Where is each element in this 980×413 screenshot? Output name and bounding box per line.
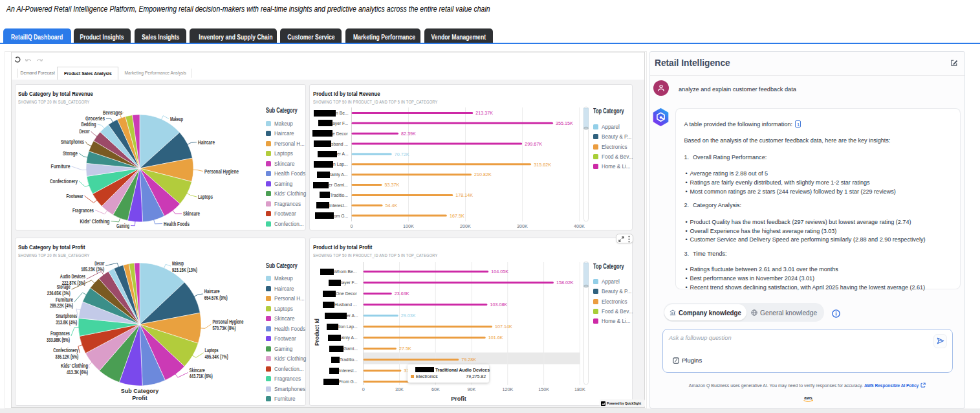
svg-text:Skincare: Skincare — [190, 368, 205, 374]
svg-text:315.62K: 315.62K — [534, 162, 551, 168]
svg-text:300K: 300K — [517, 223, 528, 229]
svg-text:Makeup: Makeup — [170, 116, 183, 122]
svg-text:185.23K (3%): 185.23K (3%) — [81, 267, 104, 273]
svg-text:Footwear: Footwear — [67, 193, 83, 199]
svg-text:Laptops: Laptops — [198, 194, 213, 200]
svg-text:167.5K: 167.5K — [450, 213, 464, 219]
svg-text:Personal Hygiene: Personal Hygiene — [204, 168, 239, 175]
svg-text:210.82K: 210.82K — [474, 172, 492, 177]
svg-text:aws: aws — [804, 396, 812, 400]
svg-text:107.14K: 107.14K — [495, 324, 512, 329]
svg-text:Furniture: Furniture — [51, 163, 71, 170]
svg-text:104.05K: 104.05K — [491, 269, 508, 274]
svg-text:236.65K (3%): 236.65K (3%) — [47, 291, 71, 296]
svg-text:654.57K (9%): 654.57K (9%) — [204, 295, 228, 301]
svg-text:Smartphones: Smartphones — [61, 139, 84, 145]
svg-text:178.14K: 178.14K — [455, 192, 473, 198]
svg-text:Haircare: Haircare — [198, 139, 215, 146]
svg-text:Decor: Decor — [80, 128, 90, 135]
svg-text:29.03K: 29.03K — [401, 313, 416, 318]
svg-text:90K: 90K — [468, 386, 476, 392]
svg-text:Fragrances: Fragrances — [72, 207, 94, 214]
svg-text:158.02K: 158.02K — [556, 280, 574, 285]
svg-text:0: 0 — [351, 223, 353, 229]
svg-text:570.73K (8%): 570.73K (8%) — [212, 326, 235, 331]
svg-text:400K: 400K — [574, 223, 585, 229]
svg-text:0: 0 — [362, 386, 365, 392]
svg-text:313.8K (4%): 313.8K (4%) — [56, 320, 77, 326]
svg-text:443.71K (6%): 443.71K (6%) — [190, 374, 213, 379]
svg-text:Kids' Clothing: Kids' Clothing — [80, 218, 110, 225]
svg-text:413.3K (6%): 413.3K (6%) — [67, 370, 88, 375]
svg-text:100K: 100K — [403, 223, 414, 229]
svg-text:Fragrances: Fragrances — [50, 331, 70, 337]
svg-text:180K: 180K — [574, 386, 585, 392]
svg-text:Beverages: Beverages — [103, 109, 122, 116]
svg-text:Decor: Decor — [94, 261, 105, 267]
svg-text:Confectionery: Confectionery — [50, 178, 78, 184]
svg-text:30K: 30K — [395, 386, 404, 392]
svg-text:70.72K: 70.72K — [395, 151, 409, 157]
svg-text:336.12K (5%): 336.12K (5%) — [55, 354, 78, 360]
svg-text:Personal Hygiene: Personal Hygiene — [212, 319, 243, 325]
svg-text:200K: 200K — [460, 223, 471, 229]
svg-text:101.6K: 101.6K — [488, 335, 503, 340]
svg-text:150K: 150K — [538, 386, 549, 392]
svg-text:Skincare: Skincare — [183, 210, 200, 217]
svg-text:120K: 120K — [502, 386, 513, 392]
svg-text:222.87K (3%): 222.87K (3%) — [62, 280, 85, 286]
svg-text:299.67K: 299.67K — [525, 141, 542, 147]
svg-text:355.15K: 355.15K — [556, 120, 573, 126]
svg-text:Haircare: Haircare — [204, 289, 220, 295]
svg-text:53.37K: 53.37K — [385, 182, 400, 188]
svg-text:Bedding: Bedding — [82, 121, 96, 128]
svg-text:923.15K (13%): 923.15K (13%) — [172, 267, 197, 273]
svg-text:333.98K (5%): 333.98K (5%) — [47, 337, 70, 343]
svg-text:60K: 60K — [431, 386, 440, 392]
svg-text:27.5K: 27.5K — [399, 346, 411, 352]
svg-text:Storage: Storage — [63, 150, 78, 157]
svg-text:23.63K: 23.63K — [395, 291, 409, 296]
svg-text:Kids' Clothing: Kids' Clothing — [61, 363, 88, 369]
svg-text:Audio Devices: Audio Devices — [60, 274, 85, 280]
svg-text:Makeup: Makeup — [172, 261, 184, 267]
svg-text:Smartphones: Smartphones — [56, 313, 77, 319]
svg-text:54.4K: 54.4K — [385, 203, 397, 208]
svg-text:103.08K: 103.08K — [490, 302, 507, 307]
svg-text:Confectionery: Confectionery — [53, 348, 78, 353]
svg-text:Laptops: Laptops — [205, 348, 219, 353]
svg-text:82.39K: 82.39K — [401, 131, 416, 137]
svg-text:289.22K (4%): 289.22K (4%) — [50, 303, 73, 309]
svg-text:495.34K (7%): 495.34K (7%) — [205, 354, 228, 360]
svg-text:Gaming: Gaming — [116, 223, 129, 229]
svg-text:Health Foods: Health Foods — [164, 221, 190, 227]
svg-text:79.28K: 79.28K — [461, 357, 476, 363]
svg-text:Groceries: Groceries — [85, 115, 105, 122]
svg-text:Furniture: Furniture — [56, 297, 73, 303]
svg-text:213.37K: 213.37K — [475, 110, 493, 116]
